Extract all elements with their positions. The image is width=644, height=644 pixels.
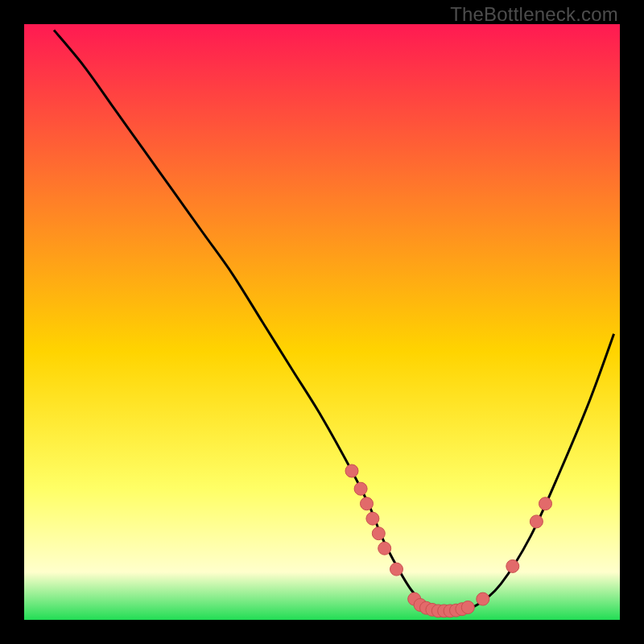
data-marker <box>477 592 489 605</box>
chart-frame <box>24 24 620 620</box>
data-marker <box>539 497 552 510</box>
data-marker <box>345 464 358 477</box>
heat-background <box>24 24 620 620</box>
data-marker <box>378 542 391 555</box>
data-marker <box>506 559 519 572</box>
watermark-text: TheBottleneck.com <box>450 3 618 26</box>
data-marker <box>461 601 474 614</box>
data-marker <box>530 515 543 528</box>
data-marker <box>366 512 379 525</box>
data-marker <box>390 563 403 576</box>
data-marker <box>354 482 367 495</box>
data-marker <box>361 497 374 510</box>
bottleneck-chart <box>24 24 620 620</box>
data-marker <box>372 527 385 540</box>
